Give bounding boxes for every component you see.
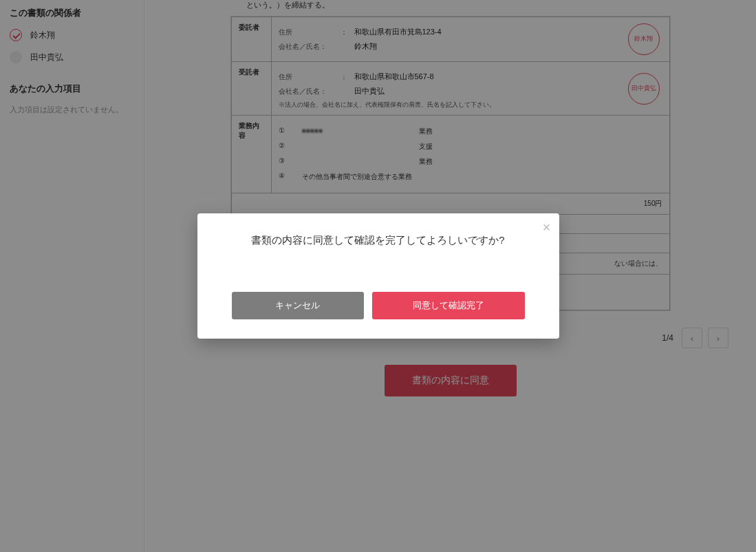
close-button[interactable]: × [543,220,551,234]
modal-message: 書類の内容に同意して確認を完了してよろしいですか? [197,213,559,275]
modal-overlay[interactable]: × 書類の内容に同意して確認を完了してよろしいですか? キャンセル 同意して確認… [0,0,756,552]
confirm-modal: × 書類の内容に同意して確認を完了してよろしいですか? キャンセル 同意して確認… [197,213,559,339]
confirm-button[interactable]: 同意して確認完了 [372,292,525,319]
cancel-button[interactable]: キャンセル [232,292,364,319]
close-icon: × [543,220,551,235]
